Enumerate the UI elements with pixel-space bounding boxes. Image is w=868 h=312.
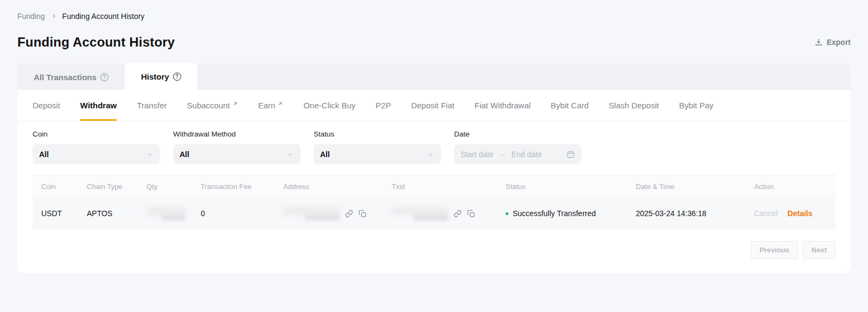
link-icon[interactable] [454,210,462,218]
arrow-up-right-icon [277,101,283,107]
arrow-right-icon: → [499,150,506,158]
account-tabs: All Transactions History [17,64,851,90]
subtab-label: Fiat Withdrawal [475,101,531,110]
subtab-label: Bybit Card [551,101,589,110]
tab-history[interactable]: History [125,63,197,90]
filter-coin: Coin All [33,130,160,164]
history-card: Deposit Withdraw Transfer Subaccount Ear… [17,90,851,273]
history-type-nav: Deposit Withdraw Transfer Subaccount Ear… [17,90,851,121]
link-icon[interactable] [345,210,353,218]
tab-all-transactions-label: All Transactions [34,73,97,82]
subtab-label: Slash Deposit [609,101,659,110]
breadcrumb-funding[interactable]: Funding [17,12,45,21]
redacted-address [283,206,340,220]
copy-icon[interactable] [467,210,475,218]
pagination: Previous Next [33,241,835,259]
download-icon [814,38,823,47]
subtab-p2p[interactable]: P2P [375,90,391,121]
date-filter-label: Date [454,130,582,138]
coin-select-value: All [39,150,49,159]
subtab-fiat-withdrawal[interactable]: Fiat Withdrawal [475,90,531,121]
cell-chain-type: APTOS [87,209,146,218]
cell-date-time: 2025-03-24 14:36:18 [636,209,754,218]
cell-action: Cancel Details [754,209,835,218]
tab-all-transactions[interactable]: All Transactions [17,64,125,90]
cell-status: Successfully Transferred [506,209,636,218]
filter-bar: Coin All Withdrawal Method All Status Al… [17,121,851,175]
page-title: Funding Account History [17,35,175,50]
col-action: Action [754,183,835,191]
col-chain-type: Chain Type [87,183,146,191]
col-coin: Coin [41,183,87,191]
withdrawal-method-filter-label: Withdrawal Method [173,130,301,138]
status-text: Successfully Transferred [513,209,596,218]
col-status: Status [506,183,636,191]
breadcrumb-current: Funding Account History [62,12,145,21]
redacted-value [146,206,186,220]
cell-coin: USDT [41,209,87,218]
status-select-value: All [320,150,330,159]
coin-select[interactable]: All [33,144,160,164]
subtab-label: Earn [258,101,276,110]
success-dot-icon [506,212,508,215]
subtab-label: One-Click Buy [303,101,355,110]
subtab-bybit-pay[interactable]: Bybit Pay [679,90,713,121]
chevron-down-icon [427,151,435,158]
funding-account-history-page: Funding Funding Account History Funding … [0,0,868,273]
arrow-up-right-icon [232,101,238,107]
subtab-earn[interactable]: Earn [258,90,284,121]
subtab-deposit-fiat[interactable]: Deposit Fiat [411,90,455,121]
filter-withdrawal-method: Withdrawal Method All [173,130,301,164]
subtab-label: Deposit [33,101,60,110]
filter-date: Date Start date → End date [454,130,582,164]
details-link[interactable]: Details [788,209,813,218]
date-range-picker[interactable]: Start date → End date [454,144,582,164]
table-header-row: Coin Chain Type Qty Transaction Fee Addr… [33,176,835,198]
coin-filter-label: Coin [33,130,160,138]
subtab-label: Bybit Pay [679,101,713,110]
help-icon[interactable] [173,73,181,81]
start-date-placeholder[interactable]: Start date [461,150,494,159]
redacted-txid [392,206,448,220]
cell-address [283,206,392,220]
subtab-label: Deposit Fiat [411,101,455,110]
subtab-subaccount[interactable]: Subaccount [187,90,238,121]
calendar-icon[interactable] [566,150,575,159]
export-label: Export [827,38,851,47]
subtab-label: Subaccount [187,101,230,110]
withdrawal-method-select[interactable]: All [173,144,301,164]
subtab-withdraw[interactable]: Withdraw [80,90,117,121]
chevron-down-icon [146,151,154,158]
filter-status: Status All [314,130,441,164]
cell-transaction-fee: 0 [201,209,283,218]
help-icon[interactable] [100,73,108,81]
withdraw-history-table: Coin Chain Type Qty Transaction Fee Addr… [33,175,835,229]
subtab-label: Withdraw [80,101,117,110]
subtab-label: P2P [375,101,391,110]
previous-button[interactable]: Previous [751,241,798,259]
col-address: Address [283,183,392,191]
breadcrumb: Funding Funding Account History [17,0,851,21]
export-button[interactable]: Export [814,38,851,47]
col-date-time: Date & Time [636,183,754,191]
next-button[interactable]: Next [803,241,835,259]
chevron-down-icon [286,151,294,158]
subtab-slash-deposit[interactable]: Slash Deposit [609,90,659,121]
tab-history-label: History [141,72,169,81]
table-row: USDT APTOS 0 [33,198,835,229]
title-row: Funding Account History Export [17,35,851,50]
cancel-link[interactable]: Cancel [754,209,778,218]
subtab-deposit[interactable]: Deposit [33,90,60,121]
status-select[interactable]: All [314,144,441,164]
col-qty: Qty [146,183,201,191]
subtab-bybit-card[interactable]: Bybit Card [551,90,589,121]
subtab-one-click-buy[interactable]: One-Click Buy [303,90,355,121]
cell-txid [392,206,506,220]
subtab-transfer[interactable]: Transfer [137,90,167,121]
chevron-right-icon [50,13,57,20]
end-date-placeholder[interactable]: End date [512,150,542,159]
cell-qty-redacted [146,206,201,220]
copy-icon[interactable] [359,210,367,218]
withdrawal-method-select-value: All [180,150,189,159]
col-transaction-fee: Transaction Fee [201,183,283,191]
